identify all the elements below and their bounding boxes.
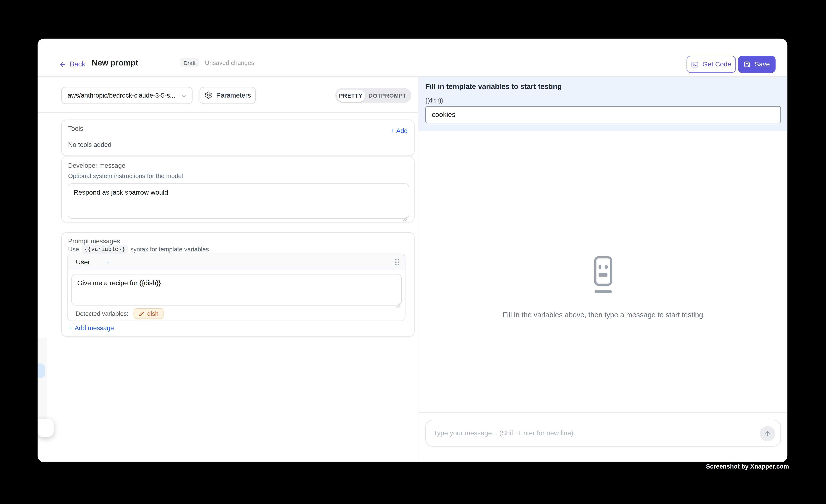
add-message-label: Add message	[74, 324, 114, 332]
resize-grip-icon[interactable]	[396, 300, 400, 305]
variable-value-input[interactable]	[425, 106, 781, 123]
model-select-value: aws/anthropic/bedrock-claude-3-5-s...	[68, 91, 175, 99]
developer-message-subtitle: Optional system instructions for the mod…	[68, 173, 183, 179]
model-select[interactable]: aws/anthropic/bedrock-claude-3-5-s...	[61, 86, 193, 104]
variable-badge-dish[interactable]: dish	[134, 308, 163, 319]
send-button[interactable]	[760, 426, 775, 441]
robot-empty-state-icon	[594, 256, 612, 296]
resize-grip-icon[interactable]	[402, 214, 407, 219]
tools-title: Tools	[68, 125, 83, 132]
empty-state-caption: Fill in the variables above, then type a…	[418, 311, 787, 319]
drag-handle-icon[interactable]	[394, 258, 400, 268]
back-label: Back	[70, 60, 85, 68]
save-floppy-icon	[743, 61, 751, 68]
clipped-popover	[38, 419, 54, 437]
template-variables-section: Fill in template variables to start test…	[418, 76, 787, 131]
parameters-label: Parameters	[216, 91, 251, 99]
plus-icon: +	[68, 324, 72, 332]
chat-message-input[interactable]	[426, 420, 780, 446]
screenshot-frame: Back New prompt Draft Unsaved changes Ge…	[0, 0, 826, 504]
template-hint: Use {{variable}} syntax for template var…	[68, 245, 209, 254]
role-select-value: User	[76, 258, 90, 266]
clipped-highlight-item	[38, 363, 45, 378]
developer-message-textarea[interactable]: Respond as jack sparrow would	[68, 183, 409, 219]
variable-syntax-chip: {{variable}}	[82, 245, 128, 254]
user-message-textarea[interactable]: Give me a recipe for {{dish}}	[71, 274, 402, 306]
app-window: Back New prompt Draft Unsaved changes Ge…	[38, 38, 787, 462]
developer-message-card: Developer message Optional system instru…	[61, 156, 415, 223]
developer-message-title: Developer message	[68, 162, 125, 170]
test-panel: Fill in template variables to start test…	[418, 76, 787, 462]
add-tool-button[interactable]: + Add	[390, 127, 408, 134]
plus-icon: +	[390, 127, 394, 134]
prompt-messages-title: Prompt messages	[68, 238, 120, 245]
chevron-down-icon	[105, 259, 110, 265]
editor-column: aws/anthropic/bedrock-claude-3-5-s... Pa…	[38, 76, 418, 462]
back-button[interactable]: Back	[59, 58, 85, 70]
composer-divider	[418, 412, 787, 413]
status-badge: Draft	[180, 58, 199, 67]
toggle-dotprompt[interactable]: DOTPROMPT	[365, 89, 410, 102]
parameters-button[interactable]: Parameters	[199, 86, 256, 104]
message-block: User Give me a recipe for {{dish}}	[67, 253, 405, 321]
prompt-messages-card: Prompt messages Use {{variable}} syntax …	[61, 232, 415, 337]
add-message-button[interactable]: + Add message	[68, 324, 114, 332]
detected-variables-label: Detected variables:	[76, 310, 128, 317]
arrow-left-icon	[59, 60, 66, 68]
detected-variables-row: Detected variables: dish	[76, 308, 163, 319]
variable-name-label: {{dish}}	[425, 97, 443, 103]
get-code-button[interactable]: Get Code	[686, 56, 736, 73]
tools-card: Tools + Add No tools added	[61, 119, 415, 156]
tools-empty-text: No tools added	[68, 141, 112, 148]
get-code-label: Get Code	[703, 61, 731, 68]
message-header: User	[67, 254, 405, 270]
unsaved-changes-text: Unsaved changes	[205, 59, 254, 66]
header-bar: Back New prompt Draft Unsaved changes Ge…	[38, 38, 787, 76]
toggle-pretty[interactable]: PRETTY	[337, 89, 365, 102]
chevron-down-icon	[181, 92, 187, 101]
hint-prefix: Use	[68, 246, 79, 252]
hint-suffix: syntax for template variables	[130, 246, 209, 252]
clipped-side-panel	[38, 338, 47, 419]
variable-badge-label: dish	[147, 310, 159, 317]
variables-heading: Fill in template variables to start test…	[425, 82, 562, 90]
save-label: Save	[755, 61, 770, 68]
model-toolbar: aws/anthropic/bedrock-claude-3-5-s... Pa…	[38, 76, 418, 112]
role-select[interactable]: User	[76, 254, 110, 270]
save-button[interactable]: Save	[738, 56, 775, 73]
gear-icon	[204, 91, 213, 99]
page-title: New prompt	[92, 58, 138, 67]
code-terminal-icon	[691, 60, 699, 68]
chat-composer	[425, 420, 781, 447]
view-mode-toggle: PRETTY DOTPROMPT	[335, 88, 412, 103]
pencil-icon	[138, 311, 144, 317]
add-tool-label: Add	[396, 127, 408, 134]
xnapper-watermark: Screenshot by Xnapper.com	[706, 463, 789, 470]
arrow-up-icon	[764, 430, 771, 437]
